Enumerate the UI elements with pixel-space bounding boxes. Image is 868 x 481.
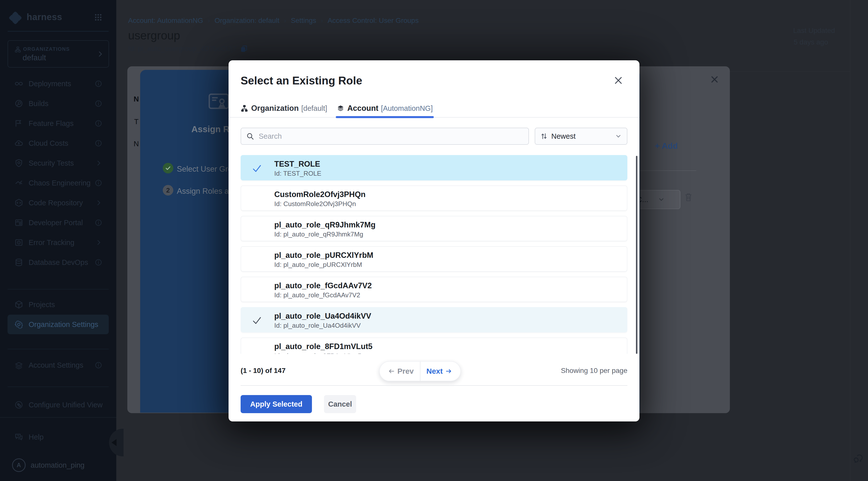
info-icon[interactable] — [95, 80, 102, 87]
check-icon — [252, 163, 262, 174]
page-right-border — [850, 0, 850, 481]
help-chat-icon — [14, 433, 23, 441]
breadcrumb-account[interactable]: Account: AutomationNG — [128, 17, 203, 25]
user-profile[interactable]: A automation_ping — [12, 458, 84, 472]
last-updated-label: Last Updated — [793, 27, 835, 35]
role-row[interactable]: CustomRole2Ofvj3PHQn Id: CustomRole2Ofvj… — [241, 185, 627, 211]
modal-title: Select an Existing Role — [241, 74, 362, 87]
role-row[interactable]: pl_auto_role_fGcdAAv7V2 Id: pl_auto_role… — [241, 277, 627, 302]
per-page-label: Showing 10 per page — [561, 367, 627, 375]
breadcrumb-access-control[interactable]: Access Control: User Groups — [328, 17, 419, 25]
sidebar-item-organization-settings[interactable]: Organization Settings — [7, 314, 109, 334]
info-icon[interactable] — [95, 179, 102, 187]
chevron-right-icon[interactable] — [95, 159, 102, 167]
arrow-left-icon — [388, 367, 395, 375]
sidebar-item-security-tests[interactable]: Security Tests — [7, 153, 109, 173]
breadcrumb-organization[interactable]: Organization: default — [215, 17, 279, 25]
role-row[interactable]: pl_auto_role_8FD1mVLut5 Id: pl_auto_role… — [241, 337, 627, 354]
clipped-text-fragment: T — [134, 118, 138, 126]
entity-id-row: Id: pl_auto_usergroup_4D7bcCIJj7 — [128, 45, 248, 53]
sidebar-item-cloud-costs[interactable]: Cloud Costs — [7, 133, 109, 153]
org-selector-label: ORGANIZATIONS — [23, 46, 70, 52]
add-role-button[interactable]: + Add — [655, 141, 678, 151]
org-hierarchy-icon — [14, 46, 21, 53]
breadcrumb-separator-icon: › — [284, 17, 286, 25]
step-number-badge: 2 — [163, 185, 173, 196]
trash-icon[interactable] — [684, 192, 693, 202]
avatar: A — [12, 458, 26, 472]
sidebar-divider — [7, 31, 109, 32]
role-row[interactable]: pl_auto_role_qR9Jhmk7Mg Id: pl_auto_role… — [241, 216, 627, 241]
wizard-step1-label: Select User Gro — [177, 164, 232, 174]
wizard-heading: Assign R — [191, 124, 229, 134]
harness-diamond-icon — [7, 9, 23, 25]
logo-wordmark: harness — [27, 12, 62, 22]
tab-organization[interactable]: Organization [default] — [241, 99, 327, 117]
search-box — [241, 128, 529, 145]
clipped-text-fragment: N — [134, 140, 139, 148]
prev-page-button[interactable]: Prev — [380, 362, 421, 381]
info-icon[interactable] — [95, 100, 102, 107]
sidebar-item-builds[interactable]: Builds — [7, 94, 109, 113]
role-row[interactable]: pl_auto_role_Ua4Od4ikVV Id: pl_auto_role… — [241, 307, 627, 332]
close-icon[interactable] — [611, 73, 625, 87]
module-grid-icon[interactable] — [94, 13, 102, 22]
pagination-controls: Prev Next — [379, 361, 461, 381]
sidebar-divider — [7, 387, 109, 387]
info-icon[interactable] — [95, 361, 102, 369]
sidebar-item-database-devops[interactable]: Database DevOps — [7, 252, 109, 272]
list-scrollbar[interactable] — [636, 156, 638, 354]
chevron-left-icon — [112, 439, 117, 446]
cancel-button[interactable]: Cancel — [324, 395, 356, 413]
chevron-down-icon — [615, 133, 622, 140]
check-icon — [252, 315, 262, 326]
next-page-button[interactable]: Next — [421, 362, 461, 381]
info-icon[interactable] — [95, 120, 102, 127]
select-existing-role-modal: Select an Existing Role Organization [de… — [228, 60, 640, 421]
pagination-range: (1 - 10) of 147 — [241, 367, 285, 375]
role-row[interactable]: TEST_ROLE Id: TEST_ROLE — [241, 155, 627, 180]
apply-selected-button[interactable]: Apply Selected — [241, 395, 312, 413]
layers-icon — [14, 361, 23, 369]
chat-widget-icon[interactable] — [853, 453, 864, 464]
sidebar-item-developer-portal[interactable]: Developer Portal — [7, 213, 109, 233]
cloud-costs-icon — [14, 139, 23, 148]
chevron-right-icon[interactable] — [95, 239, 102, 246]
footer-divider — [241, 385, 627, 386]
harness-logo[interactable]: harness — [7, 10, 108, 24]
copy-icon[interactable] — [240, 45, 248, 53]
sidebar-divider — [7, 289, 109, 290]
id-card-icon — [208, 93, 229, 110]
sidebar-item-projects[interactable]: Projects — [7, 295, 109, 314]
sidebar-item-feature-flags[interactable]: Feature Flags — [7, 114, 109, 133]
sidebar-item-deployments[interactable]: Deployments — [7, 74, 109, 93]
sidebar-item-error-tracking[interactable]: Error Tracking — [7, 233, 109, 252]
sidebar-item-account-settings[interactable]: Account Settings — [7, 355, 109, 375]
sort-dropdown[interactable]: Newest — [535, 128, 627, 145]
builds-icon — [14, 99, 23, 108]
sidebar-item-configure-unified-view[interactable]: Configure Unified View — [7, 395, 109, 415]
sidebar-item-chaos-engineering[interactable]: Chaos Engineering — [7, 173, 109, 193]
breadcrumb-settings[interactable]: Settings — [291, 17, 316, 25]
projects-icon — [14, 300, 23, 309]
search-input[interactable] — [258, 132, 528, 141]
arrow-right-icon — [445, 367, 452, 375]
sidebar-item-code-repository[interactable]: Code Repository — [7, 193, 109, 213]
breadcrumb-separator-icon: › — [321, 17, 323, 25]
organization-selector[interactable]: ORGANIZATIONS default — [7, 40, 109, 68]
role-row[interactable]: pl_auto_role_pURCXlYrbM Id: pl_auto_role… — [241, 246, 627, 272]
close-icon[interactable] — [710, 75, 719, 84]
chevron-right-icon[interactable] — [95, 199, 102, 206]
breadcrumb-separator-icon: › — [208, 17, 210, 25]
info-icon[interactable] — [95, 259, 102, 266]
code-repository-icon — [14, 199, 23, 207]
tab-account[interactable]: Account [AutomationNG] — [337, 99, 433, 117]
database-devops-icon — [14, 258, 23, 267]
search-icon — [246, 132, 254, 140]
page-title: usergroup — [128, 29, 180, 42]
info-icon[interactable] — [95, 140, 102, 147]
sidebar-collapse-handle[interactable] — [109, 429, 124, 456]
info-icon[interactable] — [95, 219, 102, 227]
sidebar-item-help[interactable]: Help — [7, 427, 109, 447]
wizard-step2-label: Assign Roles ar — [177, 187, 231, 196]
